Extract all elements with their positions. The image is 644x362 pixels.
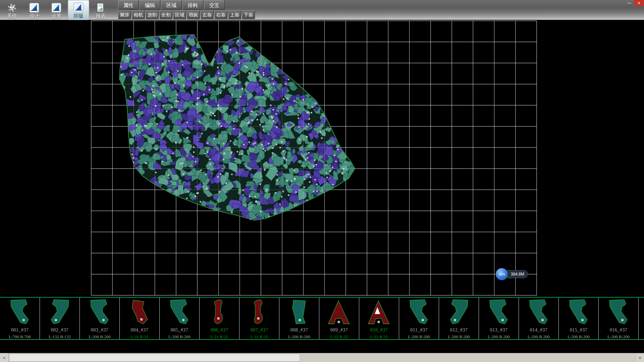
piece-thumbnail[interactable]: 013_#37L:200 R:200 [479, 298, 519, 339]
piece-thumbnail[interactable]: 010_#37L:33 R:33 [359, 298, 399, 339]
piece-shape [442, 298, 476, 327]
piece-lr-count: L:700 R:700 [9, 334, 31, 340]
main-button-label: 设置 [51, 13, 61, 19]
piece-name: 001_#37 [11, 327, 29, 333]
scroll-left-arrow[interactable]: < [0, 353, 9, 362]
nesting-canvas[interactable] [0, 20, 644, 297]
piece-thumbnail[interactable]: 015_#37L:200 R:200 [559, 298, 599, 339]
piece-thumbnail[interactable]: 016_#37L:200 R:200 [599, 298, 639, 339]
piece-shape [203, 298, 236, 327]
tab-region[interactable]: 区域 [161, 0, 182, 10]
main-button-design[interactable]: 设计 [23, 0, 45, 20]
piece-thumbnail[interactable]: 012_#37L:200 R:200 [439, 298, 479, 339]
piece-lr-count: L:132 R:132 [49, 334, 71, 340]
main-toolbar: 系统设计设置排版报表 [0, 0, 113, 20]
minimize-button[interactable]: — [625, 0, 634, 6]
close-button[interactable]: × [634, 0, 644, 6]
main-button-setup[interactable]: 设置 [46, 0, 67, 20]
tab-properties[interactable]: 属性 [118, 0, 139, 10]
piece-thumbnail[interactable]: 014_#37L:200 R:200 [519, 298, 559, 339]
gear-icon [7, 2, 17, 13]
piece-name: 011_#37 [410, 327, 428, 333]
main-button-report[interactable]: 报表 [90, 0, 111, 20]
tab-edit[interactable]: 编辑 [140, 0, 160, 10]
piece-name: 008_#37 [290, 327, 308, 333]
piece-name: 015_#37 [570, 327, 588, 333]
piece-lr-count: L:31 R:31 [130, 334, 148, 340]
piece-shape [43, 298, 76, 327]
piece-shape [322, 298, 356, 327]
piece-name: 009_#37 [330, 327, 348, 333]
piece-thumbnail[interactable]: 005_#37L:200 R:200 [160, 298, 200, 339]
piece-lr-count: L:200 R:200 [89, 334, 111, 340]
piece-shape [243, 298, 276, 327]
progress-value: 38% [498, 273, 505, 276]
piece-shape [482, 298, 516, 327]
piece-lr-count: L:200 R:200 [488, 334, 510, 340]
main-button-label: 设计 [29, 13, 39, 19]
piece-name: 014_#37 [530, 327, 548, 333]
piece-lr-count: L:200 R:200 [528, 334, 550, 340]
tool-cut-all[interactable]: 全割 [159, 10, 172, 19]
tool-button-row: 聚排相机选割全割区域瑕疵左靠右靠上靠下靠 [118, 10, 256, 19]
nesting-sheet [0, 20, 644, 297]
ribbon: 系统设计设置排版报表 属性编辑区域排料交互 聚排相机选割全割区域瑕疵左靠右靠上靠… [0, 0, 644, 20]
main-button-layout[interactable]: 排版 [68, 0, 89, 20]
tool-region[interactable]: 区域 [173, 10, 186, 19]
ribbon-right: 属性编辑区域排料交互 聚排相机选割全割区域瑕疵左靠右靠上靠下靠 [118, 0, 256, 20]
piece-thumbnail[interactable]: 002_#37L:132 R:132 [40, 298, 80, 339]
piece-thumbnail[interactable]: 001_#37L:700 R:700 [0, 298, 40, 339]
piece-thumbnail[interactable]: 004_#37L:31 R:31 [120, 298, 160, 339]
piece-shape [522, 298, 555, 327]
piece-lr-count: L:21 R:21 [210, 334, 228, 340]
tool-cluster-nest[interactable]: 聚排 [118, 10, 131, 19]
tool-align-top[interactable]: 上靠 [228, 10, 241, 19]
piece-lr-count: L:200 R:200 [568, 334, 590, 340]
piece-thumbnail[interactable]: 006_#37L:21 R:21 [200, 298, 239, 339]
tool-align-left[interactable]: 左靠 [201, 10, 214, 19]
sail-icon [51, 2, 62, 13]
piece-thumbnail-strip: 001_#37L:700 R:700002_#37L:132 R:132003_… [0, 297, 644, 340]
piece-thumbnail[interactable]: 011_#37L:200 R:200 [399, 298, 439, 339]
piece-name: 004_#37 [131, 327, 149, 333]
scrollbar-thumb[interactable] [9, 354, 300, 362]
piece-name: 010_#37 [370, 327, 388, 333]
tool-camera[interactable]: 相机 [132, 10, 145, 19]
tool-align-bottom[interactable]: 下靠 [242, 10, 255, 19]
piece-shape [163, 298, 196, 327]
tab-nesting[interactable]: 排料 [182, 0, 203, 10]
tool-select-cut[interactable]: 选割 [146, 10, 159, 19]
piece-name: 003_#37 [91, 327, 109, 333]
tool-defect[interactable]: 瑕疵 [187, 10, 200, 19]
scroll-right-arrow[interactable]: > [635, 353, 644, 362]
piece-lr-count: L:200 R:200 [448, 334, 470, 340]
piece-shape [123, 298, 156, 327]
main-button-label: 排版 [73, 13, 84, 19]
main-button-label: 系统 [7, 13, 17, 19]
piece-lr-count: L:32 R:32 [330, 334, 348, 340]
piece-name: 006_#37 [211, 327, 228, 333]
window-controls: — × [625, 0, 644, 6]
tab-interact[interactable]: 交互 [204, 0, 225, 10]
piece-thumbnail[interactable]: 007_#37L:31 R:31 [239, 298, 279, 339]
tool-align-right[interactable]: 右靠 [214, 10, 227, 19]
piece-shape [402, 298, 436, 327]
piece-name: 012_#37 [450, 327, 468, 333]
piece-lr-count: L:200 R:200 [607, 334, 630, 340]
piece-thumbnail[interactable]: 008_#37L:200 R:200 [279, 298, 319, 339]
horizontal-scrollbar[interactable]: < > [0, 353, 644, 362]
piece-thumbnail[interactable]: 003_#37L:200 R:200 [80, 298, 120, 339]
piece-shape [362, 298, 396, 327]
menu-tab-row: 属性编辑区域排料交互 [118, 0, 256, 10]
piece-name: 005_#37 [171, 327, 189, 333]
piece-lr-count: L:31 R:31 [250, 334, 268, 340]
piece-shape [3, 298, 37, 327]
main-button-system[interactable]: 系统 [1, 0, 23, 20]
report-icon [95, 2, 106, 13]
piece-lr-count: L:200 R:200 [288, 334, 310, 340]
main-button-label: 报表 [96, 13, 106, 19]
piece-name: 007_#37 [251, 327, 268, 333]
piece-lr-count: L:33 R:33 [370, 334, 388, 340]
progress-indicator: 38% [496, 268, 508, 280]
piece-thumbnail[interactable]: 009_#37L:32 R:32 [319, 298, 359, 339]
